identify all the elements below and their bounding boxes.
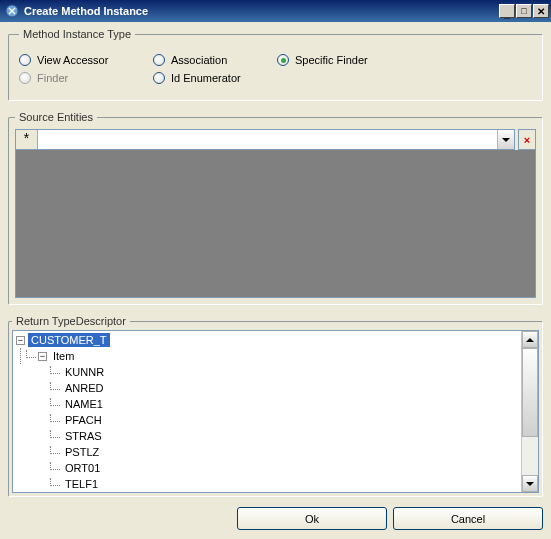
new-row-indicator: * (16, 130, 38, 149)
radio-view-accessor[interactable]: View Accessor (19, 54, 129, 66)
radio-specific-finder[interactable]: Specific Finder (277, 54, 368, 66)
button-label: Ok (305, 513, 319, 525)
tree-node-label: STRAS (62, 429, 105, 443)
source-entities-legend: Source Entities (15, 111, 97, 123)
tree-leaf[interactable]: ANRED (13, 380, 521, 396)
tree-leaf[interactable]: ORT01 (13, 460, 521, 476)
radio-label: View Accessor (37, 54, 108, 66)
method-instance-type-group: Method Instance Type View Accessor Assoc… (8, 28, 543, 101)
source-entities-group: Source Entities * × (8, 111, 543, 305)
tree-scrollbar[interactable] (521, 331, 538, 492)
tree-node-label: TELF1 (62, 477, 101, 491)
tree-leaf[interactable]: STRAS (13, 428, 521, 444)
chevron-down-icon (502, 138, 510, 142)
tree-node-root[interactable]: − CUSTOMER_T (13, 332, 521, 348)
radio-label: Association (171, 54, 227, 66)
type-descriptor-tree: − CUSTOMER_T − Item KUNNR ANRED NAME1 PF… (12, 330, 539, 493)
scroll-thumb[interactable] (522, 348, 538, 437)
source-entity-row: * (15, 129, 515, 150)
radio-association[interactable]: Association (153, 54, 253, 66)
maximize-button[interactable]: □ (516, 4, 532, 18)
title-bar: Create Method Instance _ □ ✕ (0, 0, 551, 22)
tree-node-label: ANRED (62, 381, 107, 395)
source-entities-empty-area (15, 150, 536, 298)
minimize-button[interactable]: _ (499, 4, 515, 18)
radio-label: Specific Finder (295, 54, 368, 66)
dialog-button-bar: Ok Cancel (8, 503, 543, 530)
close-button[interactable]: ✕ (533, 4, 549, 18)
app-icon (4, 3, 20, 19)
chevron-up-icon (526, 338, 534, 342)
radio-id-enumerator[interactable]: Id Enumerator (153, 72, 253, 84)
tree-leaf[interactable]: PFACH (13, 412, 521, 428)
collapse-icon[interactable]: − (16, 336, 25, 345)
scroll-up-button[interactable] (522, 331, 538, 348)
window-title: Create Method Instance (24, 5, 499, 17)
dropdown-button[interactable] (497, 130, 514, 149)
ok-button[interactable]: Ok (237, 507, 387, 530)
radio-label: Finder (37, 72, 68, 84)
tree-leaf[interactable]: TELF1 (13, 476, 521, 492)
radio-icon (19, 54, 31, 66)
radio-icon (19, 72, 31, 84)
tree-node-label: PFACH (62, 413, 105, 427)
delete-row-button[interactable]: × (518, 129, 536, 150)
method-instance-type-legend: Method Instance Type (19, 28, 135, 40)
tree-leaf[interactable]: NAME1 (13, 396, 521, 412)
source-entity-dropdown[interactable] (38, 130, 497, 149)
return-type-descriptor-group: Return TypeDescriptor − CUSTOMER_T − Ite… (8, 315, 543, 497)
radio-icon (153, 54, 165, 66)
tree-node-item[interactable]: − Item (13, 348, 521, 364)
tree-node-label: Item (50, 349, 77, 363)
radio-label: Id Enumerator (171, 72, 241, 84)
tree-node-label: PSTLZ (62, 445, 102, 459)
radio-icon (153, 72, 165, 84)
delete-icon: × (524, 134, 530, 146)
return-type-descriptor-legend: Return TypeDescriptor (12, 315, 130, 327)
tree-node-label: CUSTOMER_T (28, 333, 110, 347)
scroll-down-button[interactable] (522, 475, 538, 492)
tree-node-label: ORT01 (62, 461, 103, 475)
cancel-button[interactable]: Cancel (393, 507, 543, 530)
radio-finder: Finder (19, 72, 129, 84)
tree-leaf[interactable]: KUNNR (13, 364, 521, 380)
tree-node-label: KUNNR (62, 365, 107, 379)
scroll-track[interactable] (522, 348, 538, 475)
window-buttons: _ □ ✕ (499, 4, 549, 18)
radio-icon (277, 54, 289, 66)
button-label: Cancel (451, 513, 485, 525)
tree-leaf[interactable]: PSTLZ (13, 444, 521, 460)
tree-node-label: NAME1 (62, 397, 106, 411)
chevron-down-icon (526, 482, 534, 486)
collapse-icon[interactable]: − (38, 352, 47, 361)
